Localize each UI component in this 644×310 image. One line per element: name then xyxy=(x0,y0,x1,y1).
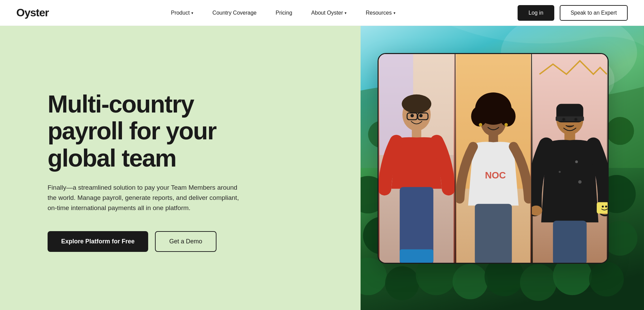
hero-subtitle: Finally—a streamlined solution to pay yo… xyxy=(48,183,245,213)
svg-point-69 xyxy=(479,123,482,126)
svg-point-83 xyxy=(578,180,581,184)
nav-actions: Log in Speak to an Expert xyxy=(518,5,628,21)
svg-point-78 xyxy=(562,118,565,121)
svg-point-64 xyxy=(471,106,487,126)
nav-pricing[interactable]: Pricing xyxy=(266,7,302,19)
nav-country-coverage[interactable]: Country Coverage xyxy=(203,7,266,19)
svg-point-82 xyxy=(559,171,561,173)
explore-platform-button[interactable]: Explore Platform for Free xyxy=(48,231,148,252)
chevron-down-icon: ▾ xyxy=(345,11,347,15)
logo[interactable]: Oyster xyxy=(16,6,49,19)
speak-to-expert-button[interactable]: Speak to an Expert xyxy=(560,5,628,21)
hero-left-content: Multi-country payroll for your global te… xyxy=(0,26,361,310)
login-button[interactable]: Log in xyxy=(518,5,554,21)
photo-panel-person-1 xyxy=(379,54,454,263)
photo-panel-person-2: NOC xyxy=(455,54,531,263)
svg-text:NOC: NOC xyxy=(485,170,506,180)
photo-collage: NOC xyxy=(378,53,609,264)
svg-point-70 xyxy=(504,123,508,126)
svg-point-79 xyxy=(574,118,577,121)
nav-product[interactable]: Product ▾ xyxy=(161,7,203,19)
svg-rect-86 xyxy=(597,202,608,214)
hero-right-content: NOC xyxy=(361,26,644,310)
svg-point-59 xyxy=(419,114,423,117)
svg-point-88 xyxy=(602,206,604,208)
svg-point-81 xyxy=(575,160,578,163)
hero-section: Multi-country payroll for your global te… xyxy=(0,26,644,310)
get-demo-button[interactable]: Get a Demo xyxy=(155,231,216,252)
hero-title: Multi-country payroll for your global te… xyxy=(48,91,245,172)
svg-point-65 xyxy=(499,106,516,126)
svg-rect-68 xyxy=(475,204,512,263)
photo-panel-person-3 xyxy=(531,54,608,263)
photo-collage-container: NOC xyxy=(378,53,609,264)
navbar: Oyster Product ▾ Country Coverage Pricin… xyxy=(0,0,644,26)
hero-buttons: Explore Platform for Free Get a Demo xyxy=(48,231,333,252)
nav-about[interactable]: About Oyster ▾ xyxy=(302,7,356,19)
svg-rect-57 xyxy=(400,249,433,263)
chevron-down-icon: ▾ xyxy=(191,11,193,15)
svg-point-89 xyxy=(605,206,607,208)
svg-rect-90 xyxy=(553,221,587,263)
svg-point-58 xyxy=(411,114,414,117)
svg-point-51 xyxy=(402,94,431,113)
nav-links: Product ▾ Country Coverage Pricing About… xyxy=(49,7,518,19)
svg-rect-75 xyxy=(556,116,584,121)
chevron-down-icon: ▾ xyxy=(394,11,396,15)
nav-resources[interactable]: Resources ▾ xyxy=(356,7,405,19)
